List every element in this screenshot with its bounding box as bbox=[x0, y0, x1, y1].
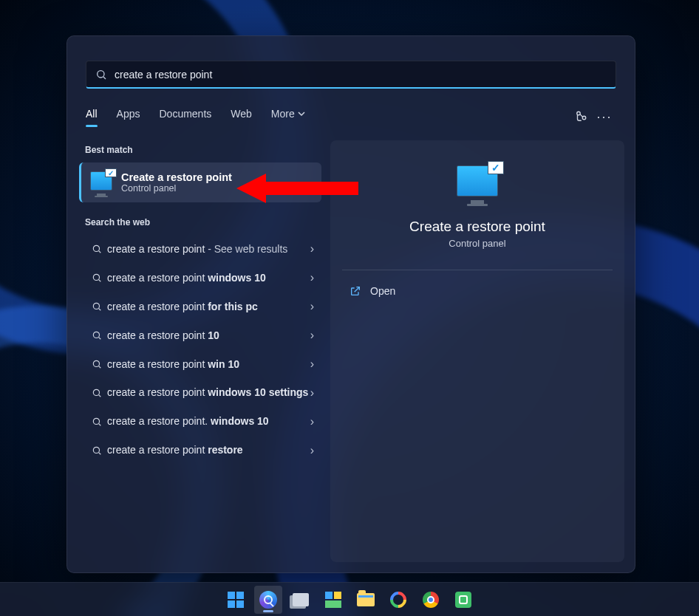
web-result-text: create a restore point. windows 10 bbox=[107, 414, 310, 428]
filter-web[interactable]: Web bbox=[231, 108, 252, 126]
svg-line-5 bbox=[99, 251, 101, 253]
web-result-text: create a restore point windows 10 settin… bbox=[107, 386, 310, 400]
filter-label: Documents bbox=[159, 108, 211, 120]
filter-label: Web bbox=[231, 108, 252, 120]
web-result-text: create a restore point - See web results bbox=[107, 242, 310, 256]
task-view-icon bbox=[293, 593, 309, 606]
filter-documents[interactable]: Documents bbox=[159, 108, 211, 126]
search-orb-icon bbox=[259, 591, 277, 609]
chevron-right-icon: › bbox=[310, 271, 314, 284]
chevron-right-icon: › bbox=[310, 386, 314, 400]
search-icon bbox=[86, 388, 107, 398]
chevron-right-icon: › bbox=[310, 329, 314, 342]
best-match-header: Best match bbox=[78, 140, 323, 162]
search-icon bbox=[86, 301, 107, 312]
more-options-button[interactable]: ··· bbox=[593, 105, 616, 129]
web-result-text: create a restore point 10 bbox=[107, 329, 310, 343]
svg-line-17 bbox=[99, 423, 101, 425]
taskbar-widgets[interactable] bbox=[319, 586, 347, 614]
web-result-item[interactable]: create a restore point 10› bbox=[79, 321, 321, 350]
chevron-right-icon: › bbox=[310, 242, 314, 256]
ring-icon bbox=[386, 588, 409, 611]
folder-icon bbox=[357, 593, 375, 606]
chrome-icon bbox=[423, 592, 439, 608]
svg-line-9 bbox=[99, 309, 101, 311]
svg-point-8 bbox=[93, 304, 99, 309]
ellipsis-icon: ··· bbox=[596, 109, 612, 125]
filter-label: All bbox=[86, 108, 98, 120]
svg-line-7 bbox=[99, 280, 101, 282]
open-action[interactable]: Open bbox=[350, 285, 395, 297]
web-result-item[interactable]: create a restore point win 10› bbox=[79, 350, 321, 379]
svg-line-19 bbox=[99, 452, 101, 454]
divider bbox=[342, 270, 613, 270]
taskbar-app-green[interactable] bbox=[449, 586, 477, 614]
best-match-subtitle: Control panel bbox=[121, 183, 232, 194]
best-match-item[interactable]: ✓ Create a restore point Control panel bbox=[79, 162, 321, 202]
taskbar-chrome[interactable] bbox=[417, 586, 445, 614]
svg-point-14 bbox=[93, 389, 99, 395]
filter-apps[interactable]: Apps bbox=[117, 108, 140, 126]
search-input[interactable] bbox=[115, 69, 607, 81]
svg-point-6 bbox=[93, 275, 99, 281]
svg-point-16 bbox=[93, 418, 99, 424]
restore-point-icon: ✓ bbox=[90, 171, 112, 194]
start-search-panel: All Apps Documents Web More ··· Best mat… bbox=[67, 35, 635, 573]
search-icon bbox=[86, 359, 107, 369]
search-icon bbox=[86, 273, 107, 283]
taskbar-task-view[interactable] bbox=[287, 586, 315, 614]
detail-icon: ✓ bbox=[457, 165, 498, 202]
web-result-item[interactable]: create a restore point. windows 10› bbox=[79, 407, 321, 436]
open-icon bbox=[350, 285, 361, 297]
web-result-item[interactable]: create a restore point windows 10› bbox=[79, 264, 321, 292]
chevron-right-icon: › bbox=[310, 357, 314, 371]
filter-all[interactable]: All bbox=[86, 108, 98, 126]
widgets-icon bbox=[325, 592, 341, 608]
results-column: Best match ✓ Create a restore point Cont… bbox=[78, 140, 323, 562]
svg-point-18 bbox=[93, 447, 99, 453]
search-icon bbox=[95, 69, 107, 81]
svg-point-0 bbox=[98, 70, 104, 77]
svg-point-4 bbox=[93, 246, 99, 252]
taskbar bbox=[0, 582, 699, 616]
best-match-title: Create a restore point bbox=[121, 171, 232, 183]
search-icon bbox=[86, 417, 107, 427]
web-result-item[interactable]: create a restore point windows 10 settin… bbox=[79, 378, 321, 407]
web-result-text: create a restore point restore bbox=[107, 443, 310, 457]
search-icon bbox=[86, 244, 107, 254]
filter-label: More bbox=[271, 108, 295, 120]
chevron-right-icon: › bbox=[310, 300, 314, 313]
chevron-right-icon: › bbox=[310, 415, 314, 428]
svg-line-15 bbox=[99, 395, 101, 397]
taskbar-file-explorer[interactable] bbox=[352, 586, 380, 614]
taskbar-app-ring[interactable] bbox=[384, 586, 412, 614]
detail-subtitle: Control panel bbox=[449, 238, 505, 249]
svg-line-11 bbox=[99, 338, 101, 340]
filter-more[interactable]: More bbox=[271, 108, 305, 126]
search-icon bbox=[86, 445, 107, 456]
filter-label: Apps bbox=[117, 108, 140, 120]
web-result-text: create a restore point for this pc bbox=[107, 300, 310, 314]
web-result-item[interactable]: create a restore point for this pc› bbox=[79, 292, 321, 321]
web-result-text: create a restore point win 10 bbox=[107, 357, 310, 372]
web-result-text: create a restore point windows 10 bbox=[107, 271, 310, 285]
taskbar-search[interactable] bbox=[254, 586, 282, 614]
chevron-right-icon: › bbox=[310, 444, 314, 457]
link-icon bbox=[574, 110, 587, 123]
svg-point-12 bbox=[93, 360, 99, 366]
search-icon bbox=[86, 330, 107, 340]
detail-pane: ✓ Create a restore point Control panel O… bbox=[330, 140, 624, 562]
search-filters: All Apps Documents Web More ··· bbox=[86, 102, 616, 131]
svg-point-10 bbox=[93, 332, 99, 338]
detail-title: Create a restore point bbox=[409, 219, 545, 235]
windows-logo-icon bbox=[228, 592, 244, 608]
open-label: Open bbox=[370, 285, 395, 297]
search-web-header: Search the web bbox=[78, 213, 323, 235]
green-app-icon bbox=[455, 592, 471, 608]
taskbar-start[interactable] bbox=[222, 586, 250, 614]
web-result-item[interactable]: create a restore point - See web results… bbox=[79, 235, 321, 264]
svg-line-1 bbox=[103, 77, 106, 79]
search-box[interactable] bbox=[86, 61, 616, 89]
web-result-item[interactable]: create a restore point restore› bbox=[79, 436, 321, 465]
search-link-icon[interactable] bbox=[569, 105, 593, 129]
